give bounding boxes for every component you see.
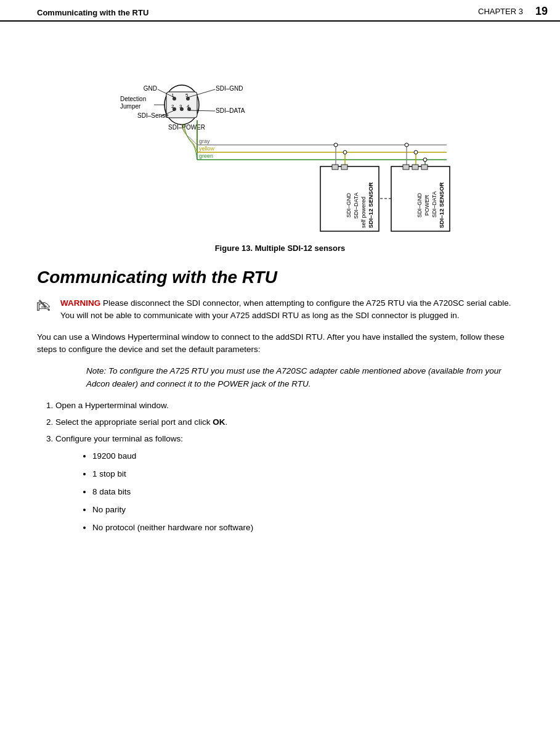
numbered-steps: Open a Hyperterminal window. Select the … bbox=[55, 400, 523, 535]
svg-rect-44 bbox=[412, 165, 418, 170]
note-text: Note: To configure the A725 RTU you must… bbox=[86, 365, 523, 391]
svg-text:POWER: POWER bbox=[424, 194, 430, 216]
step-1: Open a Hyperterminal window. bbox=[55, 400, 523, 412]
svg-text:yellow: yellow bbox=[199, 146, 215, 152]
svg-rect-43 bbox=[403, 165, 409, 170]
svg-text:SDI–POWER: SDI–POWER bbox=[168, 124, 205, 131]
figure-caption: Figure 13. Multiple SDI-12 sensors bbox=[215, 244, 346, 253]
svg-text:SDI–DATA: SDI–DATA bbox=[431, 191, 437, 218]
bullet-5: No protocol (neither hardware nor softwa… bbox=[92, 521, 523, 535]
svg-text:SDI–Sense: SDI–Sense bbox=[137, 112, 169, 119]
svg-point-55 bbox=[423, 158, 427, 162]
svg-rect-33 bbox=[332, 165, 338, 170]
warning-body: Please disconnect the SDI connector, whe… bbox=[60, 298, 511, 320]
svg-text:self powered: self powered bbox=[360, 197, 367, 228]
svg-point-53 bbox=[405, 143, 408, 147]
svg-text:GND: GND bbox=[143, 85, 156, 92]
page-number: 19 bbox=[535, 5, 548, 18]
svg-text:2: 2 bbox=[171, 104, 174, 109]
warning-icon: 🖎 bbox=[37, 298, 51, 322]
svg-text:4: 4 bbox=[187, 104, 190, 109]
bullet-list: 19200 baud 1 stop bit 8 data bits No par… bbox=[92, 449, 523, 535]
diagram-svg: 1 5 2 3 4 GND SDI–GND Detection Jumper S… bbox=[102, 46, 459, 237]
header-subtitle: Communicating with the RTU bbox=[37, 8, 148, 17]
bullet-3: 8 data bits bbox=[92, 485, 523, 499]
svg-rect-34 bbox=[341, 165, 347, 170]
svg-text:green: green bbox=[199, 153, 213, 159]
step-3: Configure your terminal as follows: 1920… bbox=[55, 433, 523, 535]
svg-rect-45 bbox=[421, 165, 428, 170]
svg-text:gray: gray bbox=[199, 138, 210, 144]
figure-container: 1 5 2 3 4 GND SDI–GND Detection Jumper S… bbox=[37, 46, 523, 253]
page-header: CHAPTER 3 19 Communicating with the RTU bbox=[0, 0, 560, 22]
svg-text:SDI–GND: SDI–GND bbox=[346, 192, 352, 218]
bullet-2: 1 stop bit bbox=[92, 467, 523, 482]
svg-text:SDI–GND: SDI–GND bbox=[216, 85, 243, 92]
section-heading: Communicating with the RTU bbox=[37, 268, 523, 287]
svg-point-54 bbox=[414, 150, 418, 154]
bullet-4: No parity bbox=[92, 503, 523, 517]
para-1: You can use a Windows Hyperterminal wind… bbox=[37, 331, 523, 357]
svg-text:SDI–12 SENSOR: SDI–12 SENSOR bbox=[438, 182, 445, 228]
main-content: 1 5 2 3 4 GND SDI–GND Detection Jumper S… bbox=[0, 22, 560, 556]
warning-text: WARNING Please disconnect the SDI connec… bbox=[60, 297, 523, 322]
svg-text:Detection: Detection bbox=[120, 96, 146, 102]
note-label: Note: To configure the A725 RTU you must… bbox=[86, 366, 501, 388]
svg-point-51 bbox=[334, 143, 338, 147]
svg-point-52 bbox=[343, 150, 347, 154]
step-2: Select the appropriate serial port and c… bbox=[55, 416, 523, 429]
svg-text:SDI–GND: SDI–GND bbox=[416, 192, 423, 218]
svg-text:SDI–DATA: SDI–DATA bbox=[216, 107, 245, 114]
svg-text:SDI–12 SENSOR: SDI–12 SENSOR bbox=[367, 182, 374, 228]
svg-text:SDI–DATA: SDI–DATA bbox=[353, 192, 359, 219]
warning-label: WARNING bbox=[60, 298, 100, 308]
svg-text:3: 3 bbox=[179, 104, 182, 109]
warning-block: 🖎 WARNING Please disconnect the SDI conn… bbox=[37, 297, 523, 322]
bullet-1: 19200 baud bbox=[92, 449, 523, 464]
svg-text:Jumper: Jumper bbox=[120, 103, 141, 110]
chapter-label: CHAPTER 3 bbox=[478, 7, 523, 16]
